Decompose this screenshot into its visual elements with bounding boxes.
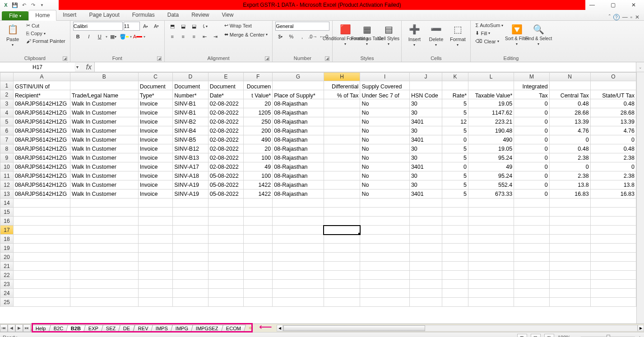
row-header[interactable]: 3 — [0, 99, 14, 108]
row-header[interactable]: 21 — [0, 262, 14, 271]
cell[interactable] — [324, 262, 360, 271]
cell[interactable] — [138, 235, 172, 244]
font-name-input[interactable] — [73, 22, 123, 31]
col-header-N[interactable]: N — [549, 73, 590, 81]
comma-icon[interactable]: , — [297, 32, 307, 41]
qat-customize-icon[interactable]: ▼ — [38, 1, 46, 9]
cell[interactable]: SINV-B13 — [173, 153, 208, 162]
cell[interactable] — [208, 235, 244, 244]
col-header-G[interactable]: G — [273, 73, 324, 81]
cell[interactable]: 2.38 — [590, 171, 636, 180]
cell[interactable] — [549, 280, 590, 289]
cell[interactable]: 0.48 — [590, 144, 636, 153]
cell[interactable] — [590, 226, 636, 235]
cell[interactable] — [244, 226, 273, 235]
hscroll-left-button[interactable]: ◀ — [277, 325, 283, 332]
cell[interactable] — [442, 280, 468, 289]
cell[interactable]: 5 — [442, 108, 468, 117]
zoom-out-button[interactable]: − — [574, 335, 577, 337]
align-top-icon[interactable]: ⬒ — [167, 22, 177, 31]
cell[interactable] — [173, 253, 208, 262]
cell[interactable] — [324, 298, 360, 307]
cell[interactable] — [208, 199, 244, 208]
cell[interactable] — [273, 271, 324, 280]
cell[interactable]: SINV-B1 — [173, 99, 208, 108]
cell[interactable] — [138, 298, 172, 307]
row-header[interactable]: 13 — [0, 189, 14, 199]
cell[interactable]: 552.4 — [468, 180, 514, 189]
cell[interactable]: 4.76 — [549, 126, 590, 135]
cell[interactable]: 3401 — [409, 189, 442, 199]
cell[interactable] — [468, 298, 514, 307]
select-all-corner[interactable] — [0, 73, 14, 81]
zoom-in-button[interactable]: + — [639, 335, 641, 337]
cell[interactable]: 08ARJPS6142H1ZG — [13, 180, 70, 189]
cell[interactable] — [173, 226, 208, 235]
row-header[interactable]: 17 — [0, 226, 14, 235]
cell[interactable]: 0 — [514, 171, 550, 180]
cell[interactable]: No — [360, 99, 409, 108]
cell[interactable]: 223.21 — [468, 117, 514, 126]
header-cell[interactable] — [549, 81, 590, 90]
ribbon-window-restore-icon[interactable]: ▫ — [630, 14, 632, 20]
row-header[interactable]: 7 — [0, 135, 14, 144]
header-cell[interactable]: Under Sec 7 of — [360, 90, 409, 99]
header-cell[interactable]: Place of Supply* — [273, 90, 324, 99]
cell[interactable]: SINV-A17 — [173, 162, 208, 171]
cell[interactable]: 08ARJPS6142H1ZG — [13, 162, 70, 171]
cell[interactable] — [360, 289, 409, 298]
cell[interactable] — [324, 189, 360, 199]
cell[interactable]: 05-08-2022 — [208, 171, 244, 180]
cell[interactable] — [590, 235, 636, 244]
col-header-H[interactable]: H — [324, 73, 360, 81]
row-header[interactable]: 23 — [0, 280, 14, 289]
header-cell[interactable]: % of Tax — [324, 90, 360, 99]
copy-button[interactable]: ⎘Copy▾ — [24, 30, 67, 37]
cell[interactable] — [324, 217, 360, 226]
sheet-tab-impg[interactable]: IMPG — [171, 325, 193, 332]
cell[interactable]: 08ARJPS6142H1ZG — [13, 108, 70, 117]
cell[interactable]: No — [360, 144, 409, 153]
cell[interactable] — [138, 208, 172, 217]
cell[interactable]: 02-08-2022 — [208, 144, 244, 153]
cell[interactable] — [70, 226, 138, 235]
cell[interactable] — [138, 244, 172, 253]
cell[interactable] — [468, 235, 514, 244]
cell[interactable]: 0.48 — [590, 99, 636, 108]
cell[interactable]: 13.39 — [549, 117, 590, 126]
cell[interactable] — [244, 289, 273, 298]
cell[interactable] — [468, 280, 514, 289]
header-cell[interactable] — [468, 81, 514, 90]
cell[interactable] — [208, 271, 244, 280]
cell[interactable] — [468, 271, 514, 280]
cell[interactable] — [208, 244, 244, 253]
cell[interactable] — [409, 217, 442, 226]
cell[interactable] — [549, 253, 590, 262]
cell[interactable]: No — [360, 153, 409, 162]
cell[interactable] — [70, 289, 138, 298]
header-cell[interactable]: Tax — [514, 90, 550, 99]
cell[interactable] — [13, 208, 70, 217]
cell[interactable]: Walk In Customer — [70, 117, 138, 126]
cell[interactable]: Invoice — [138, 108, 172, 117]
cell[interactable]: 1422 — [244, 180, 273, 189]
header-cell[interactable]: Document — [173, 81, 208, 90]
cell[interactable] — [273, 217, 324, 226]
col-header-C[interactable]: C — [138, 73, 172, 81]
cell[interactable]: Walk In Customer — [70, 180, 138, 189]
cell[interactable] — [244, 280, 273, 289]
header-cell[interactable]: Document — [208, 81, 244, 90]
cell[interactable]: No — [360, 189, 409, 199]
cell[interactable] — [70, 208, 138, 217]
cell[interactable]: 0 — [590, 135, 636, 144]
cell[interactable] — [70, 217, 138, 226]
cell[interactable]: 08-Rajasthan — [273, 153, 324, 162]
cell[interactable]: 49 — [468, 162, 514, 171]
cell[interactable]: Walk In Customer — [70, 153, 138, 162]
cell[interactable]: Walk In Customer — [70, 144, 138, 153]
menu-tab-formulas[interactable]: Formulas — [126, 10, 161, 20]
cell[interactable] — [324, 289, 360, 298]
autosum-button[interactable]: ΣAutoSum▾ — [473, 22, 505, 29]
cell[interactable]: 30 — [409, 153, 442, 162]
cell[interactable]: No — [360, 126, 409, 135]
